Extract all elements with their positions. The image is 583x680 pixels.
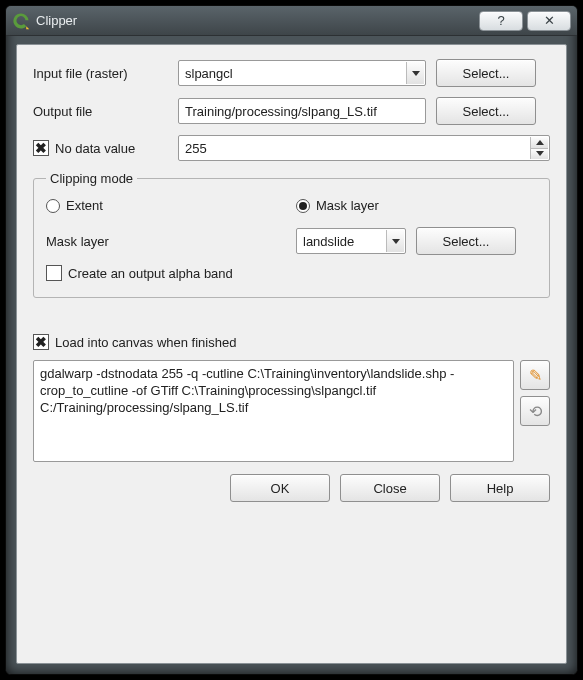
nodata-checkbox[interactable]: ✖ [33,140,49,156]
extent-label: Extent [66,198,103,213]
clipping-mode-group: Clipping mode Extent Mask layer Mask lay… [33,171,550,298]
output-file-field[interactable]: Training/processing/slpang_LS.tif [178,98,426,124]
mask-select-button[interactable]: Select... [416,227,516,255]
dialog-body: Input file (raster) slpangcl Select... O… [16,44,567,664]
context-help-button[interactable]: ? [479,11,523,31]
reset-command-button[interactable]: ⟲ [520,396,550,426]
output-select-button[interactable]: Select... [436,97,536,125]
close-button[interactable]: Close [340,474,440,502]
output-file-label: Output file [33,104,178,119]
spin-up-icon[interactable] [531,137,548,149]
help-button[interactable]: Help [450,474,550,502]
input-file-value: slpangcl [185,66,233,81]
mask-layer-combo[interactable]: landslide [296,228,406,254]
ok-button[interactable]: OK [230,474,330,502]
titlebar[interactable]: Clipper ? ✕ [6,6,577,36]
clipping-mode-legend: Clipping mode [46,171,137,186]
window-title: Clipper [36,13,475,28]
extent-radio[interactable] [46,199,60,213]
reset-icon: ⟲ [529,402,542,421]
pencil-icon: ✎ [529,366,542,385]
load-canvas-checkbox[interactable]: ✖ [33,334,49,350]
mask-layer-label: Mask layer [46,234,296,249]
dropdown-icon [386,230,404,252]
nodata-spinbox[interactable]: 255 [178,135,550,161]
qgis-icon [12,12,30,30]
edit-command-button[interactable]: ✎ [520,360,550,390]
spin-down-icon[interactable] [531,149,548,160]
dropdown-icon [406,62,424,84]
mask-radio[interactable] [296,199,310,213]
output-file-value: Training/processing/slpang_LS.tif [185,104,377,119]
load-canvas-label: Load into canvas when finished [55,335,236,350]
dialog-button-row: OK Close Help [33,474,550,502]
spin-arrows[interactable] [530,137,548,159]
input-select-button[interactable]: Select... [436,59,536,87]
nodata-label: No data value [55,141,135,156]
command-textarea[interactable]: gdalwarp -dstnodata 255 -q -cutline C:\T… [33,360,514,462]
alpha-band-checkbox[interactable] [46,265,62,281]
input-file-combo[interactable]: slpangcl [178,60,426,86]
nodata-value: 255 [185,141,207,156]
input-file-label: Input file (raster) [33,66,178,81]
window-close-button[interactable]: ✕ [527,11,571,31]
mask-radio-label: Mask layer [316,198,379,213]
clipper-dialog: Clipper ? ✕ Input file (raster) slpangcl… [5,5,578,675]
mask-layer-value: landslide [303,234,354,249]
alpha-band-label: Create an output alpha band [68,266,233,281]
